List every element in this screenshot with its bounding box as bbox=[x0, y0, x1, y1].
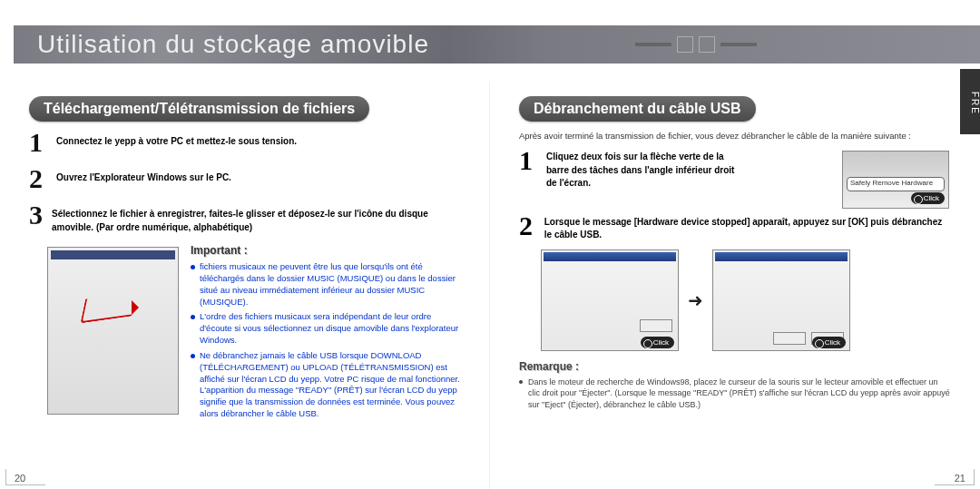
dialog-screenshots: Click ➜ Click bbox=[541, 249, 951, 351]
page-number-right: 21 bbox=[955, 473, 965, 484]
tray-tooltip-label: Safely Remove Hardware bbox=[850, 179, 933, 187]
page-number-left: 20 bbox=[15, 473, 25, 484]
drag-arrow-icon bbox=[83, 295, 146, 322]
intro-text: Après avoir terminé la transmission de f… bbox=[519, 131, 951, 142]
step-2-right: 2 Lorsque le message [Hardware device st… bbox=[519, 212, 951, 242]
step-text: Ouvrez l'Explorateur Windows sur le PC. bbox=[56, 165, 231, 192]
section-heading-left: Téléchargement/Télétransmission de fichi… bbox=[29, 96, 369, 122]
explorer-screenshot bbox=[47, 247, 179, 415]
page-left: Téléchargement/Télétransmission de fichi… bbox=[0, 82, 490, 489]
note-item: Ne débranchez jamais le câble USB lorsqu… bbox=[191, 350, 460, 420]
banner-title: Utilisation du stockage amovible bbox=[37, 30, 429, 59]
arrow-right-icon: ➜ bbox=[688, 289, 703, 311]
step-2: 2 Ouvrez l'Explorateur Windows sur le PC… bbox=[29, 165, 460, 192]
remark-item: Dans le moteur de recherche de Windows98… bbox=[519, 377, 951, 411]
step-text: Connectez le yepp à votre PC et mettez-l… bbox=[56, 129, 297, 156]
step-text: Cliquez deux fois sur la flèche verte de… bbox=[546, 147, 746, 191]
step-text: Lorsque le message [Hardware device stop… bbox=[544, 212, 951, 242]
note-item: fichiers musicaux ne peuvent être lus qu… bbox=[191, 261, 460, 308]
click-badge-icon: Click bbox=[911, 192, 945, 204]
banner-decoration bbox=[635, 25, 980, 64]
step-3: 3 Sélectionnez le fichier à enregistrer,… bbox=[29, 201, 460, 234]
remark-heading: Remarque : bbox=[519, 360, 951, 373]
page-right: Débranchement du câble USB Après avoir t… bbox=[490, 82, 980, 489]
dialog-stop-device: Click bbox=[712, 249, 850, 351]
banner: Utilisation du stockage amovible bbox=[14, 25, 980, 64]
click-badge-icon: Click bbox=[812, 337, 846, 348]
note-item: L'ordre des fichiers musicaux sera indép… bbox=[191, 311, 460, 346]
step-text: Sélectionnez le fichier à enregistrer, f… bbox=[52, 201, 460, 234]
important-heading: Important : bbox=[191, 243, 460, 258]
tray-screenshot: Safely Remove Hardware Click bbox=[842, 151, 949, 209]
step-1: 1 Connectez le yepp à votre PC et mettez… bbox=[29, 129, 460, 156]
click-badge-icon: Click bbox=[641, 337, 674, 348]
section-heading-right: Débranchement du câble USB bbox=[519, 96, 756, 122]
dialog-stop-button bbox=[640, 319, 672, 332]
important-note: Important : fichiers musicaux ne peuvent… bbox=[191, 243, 460, 420]
dialog-safely-remove: Click bbox=[541, 249, 679, 351]
dialog-ok-button bbox=[773, 332, 806, 345]
